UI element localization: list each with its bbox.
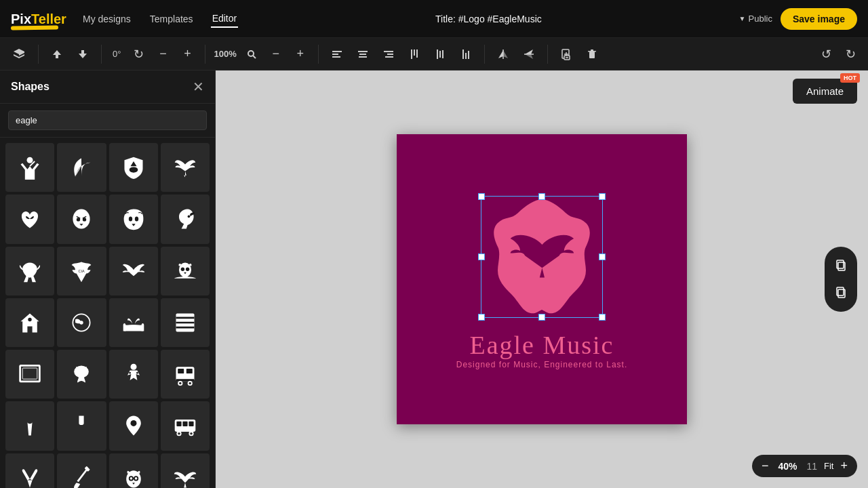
shape-eagle-feather[interactable] [57,143,106,192]
shapes-sidebar: Shapes ✕ [0,70,216,488]
shape-person[interactable] [5,143,54,192]
zoom-icon-button[interactable] [242,46,261,62]
canvas-area: Animate HOT [216,70,868,488]
svg-rect-10 [359,54,366,55]
zoom-plus-button[interactable]: + [291,44,310,64]
sep-2 [101,45,102,64]
undo-button[interactable]: ↺ [816,44,835,64]
svg-rect-36 [588,51,596,52]
animate-label: Animate [806,85,844,97]
svg-rect-62 [186,369,193,373]
search-input[interactable] [8,110,207,130]
shape-eagle-face-round[interactable] [109,195,158,243]
align-right-button[interactable] [378,45,399,63]
shape-bird-right[interactable] [161,453,210,489]
zoom-minus-button[interactable]: − [267,44,285,64]
fit-button[interactable]: Fit [824,461,833,471]
shape-fork-tool[interactable] [5,401,54,450]
svg-marker-24 [498,50,503,58]
svg-point-45 [187,216,190,218]
svg-point-38 [27,157,33,163]
delete-button[interactable] [582,45,602,63]
shape-gingerbread[interactable] [109,350,158,399]
svg-rect-63 [176,379,194,382]
rotate-plus-button[interactable]: + [178,44,197,64]
align-center-button[interactable] [353,45,373,63]
shape-bus-front[interactable] [161,350,210,399]
svg-text:CIA: CIA [79,268,85,272]
shape-eagle-shield[interactable] [109,143,158,192]
shape-eagle-spread[interactable] [161,143,210,192]
svg-point-71 [177,432,180,435]
copy-down-button[interactable] [825,279,857,306]
svg-rect-22 [465,53,467,59]
align-bottom-button[interactable] [456,45,476,63]
zoom-in-button[interactable]: + [840,459,848,473]
shape-house[interactable] [5,298,54,347]
public-button[interactable]: ▼ Public [739,14,772,24]
svg-rect-11 [359,56,367,58]
design-canvas[interactable]: Eagle Music Designed for Music, Engineer… [397,134,687,424]
animate-button[interactable]: Animate HOT [793,79,857,104]
move-layer-up-button[interactable] [47,45,67,63]
save-image-button[interactable]: Save image [781,8,857,30]
shape-cia-eagle[interactable]: CIA [57,247,106,296]
align-middle-button[interactable] [430,45,450,63]
flip-vertical-button[interactable] [519,45,539,63]
shape-owl-round[interactable] [109,453,158,489]
layers-button[interactable] [8,45,30,64]
svg-point-50 [28,318,31,321]
bottom-zoom-bar: − 40% 11 Fit + [752,455,857,477]
rotate-button[interactable]: ↻ [129,44,148,64]
shape-bus-side[interactable] [161,401,210,450]
svg-rect-7 [332,54,338,55]
shape-eagle-face-angry[interactable] [57,195,106,243]
side-copy-panel [825,247,857,312]
shape-bird-stripes[interactable] [161,298,210,347]
align-top-button[interactable] [404,45,425,63]
title-value[interactable]: #Logo #EagleMusic [458,14,542,24]
nav-my-designs[interactable]: My designs [81,11,132,27]
shape-brush-tool[interactable] [57,453,106,489]
svg-rect-8 [332,56,340,58]
shape-bird-round[interactable] [57,298,106,347]
shape-map-pin[interactable] [109,401,158,450]
shape-eagle-beak[interactable] [57,350,106,399]
flip-horizontal-button[interactable] [493,45,513,63]
rotate-minus-button[interactable]: − [153,44,172,64]
nav-editor[interactable]: Editor [211,10,239,28]
svg-point-78 [130,477,132,480]
canvas-text-block: Eagle Music Designed for Music, Engineer… [456,330,627,369]
add-page-button[interactable] [556,45,576,63]
shape-picture-frame[interactable] [5,350,54,399]
zoom-out-button[interactable]: − [762,459,769,473]
svg-point-57 [130,364,136,370]
svg-rect-6 [332,51,342,52]
redo-button[interactable]: ↻ [841,44,860,64]
logo[interactable]: PixTeller [11,7,65,31]
shape-eagle-sitting[interactable] [5,247,54,296]
move-layer-down-button[interactable] [73,45,93,63]
eagle-badge-svg [467,189,616,325]
svg-rect-70 [189,422,193,426]
shape-heart-eagle[interactable] [5,195,54,243]
sep-3 [205,45,205,64]
shape-fork-utensil[interactable] [57,401,106,450]
shape-wishbone[interactable] [5,453,54,489]
shape-eagle-profile[interactable] [161,195,210,243]
svg-point-72 [189,432,193,435]
copy-up-button[interactable] [825,252,857,279]
svg-marker-27 [525,49,533,54]
shape-owl-on-branch[interactable] [161,247,210,296]
svg-rect-14 [385,56,393,58]
svg-point-48 [181,267,184,270]
close-sidebar-button[interactable]: ✕ [193,79,204,95]
shape-bird-sofa[interactable] [109,298,158,347]
public-label: Public [749,14,772,24]
svg-rect-13 [387,54,393,55]
nav-templates[interactable]: Templates [149,11,195,27]
align-left-button[interactable] [327,45,347,63]
svg-marker-2 [79,54,87,58]
animate-button-wrapper: Animate HOT [793,79,857,104]
shape-eagle-flying[interactable] [109,247,158,296]
